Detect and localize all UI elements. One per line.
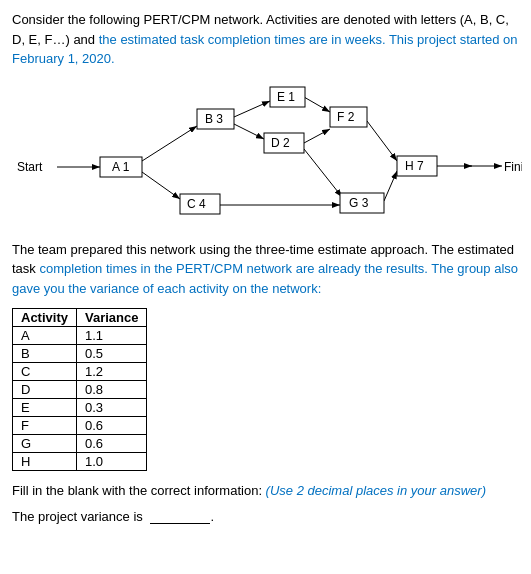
project-variance-statement: The project variance is . bbox=[12, 508, 519, 524]
node-e: E 1 bbox=[277, 90, 295, 104]
activity-cell: C bbox=[13, 363, 77, 381]
table-row: H1.0 bbox=[13, 453, 147, 471]
description-paragraph: The team prepared this network using the… bbox=[12, 240, 519, 299]
period: . bbox=[210, 509, 214, 524]
svg-line-11 bbox=[384, 171, 397, 201]
svg-line-8 bbox=[304, 149, 342, 197]
table-row: F0.6 bbox=[13, 417, 147, 435]
activity-cell: D bbox=[13, 381, 77, 399]
col-header-activity: Activity bbox=[13, 309, 77, 327]
activity-cell: H bbox=[13, 453, 77, 471]
svg-line-6 bbox=[304, 97, 330, 112]
activity-cell: A bbox=[13, 327, 77, 345]
node-b: B 3 bbox=[205, 112, 223, 126]
intro-paragraph: Consider the following PERT/CPM network.… bbox=[12, 10, 519, 69]
node-c: C 4 bbox=[187, 197, 206, 211]
desc-highlight1: completion times in the PERT/CPM network… bbox=[12, 261, 518, 296]
activity-cell: E bbox=[13, 399, 77, 417]
svg-line-2 bbox=[142, 126, 197, 161]
variance-text: The project variance is bbox=[12, 509, 146, 524]
variance-cell: 0.6 bbox=[76, 417, 147, 435]
start-label: Start bbox=[17, 160, 43, 174]
activity-cell: B bbox=[13, 345, 77, 363]
network-diagram: Start A 1 B 3 C 4 E 1 D 2 F 2 G 3 H 7 Fi… bbox=[12, 79, 522, 234]
variance-table-section: Activity Variance A1.1B0.5C1.2D0.8E0.3F0… bbox=[12, 308, 519, 471]
activity-cell: G bbox=[13, 435, 77, 453]
variance-cell: 1.0 bbox=[76, 453, 147, 471]
variance-cell: 0.6 bbox=[76, 435, 147, 453]
node-g: G 3 bbox=[349, 196, 369, 210]
svg-line-10 bbox=[367, 121, 397, 161]
svg-line-4 bbox=[234, 101, 270, 117]
variance-blank bbox=[150, 508, 210, 524]
table-row: C1.2 bbox=[13, 363, 147, 381]
variance-cell: 1.1 bbox=[76, 327, 147, 345]
svg-line-3 bbox=[142, 172, 180, 199]
finish-label: Finish bbox=[504, 160, 522, 174]
svg-line-5 bbox=[234, 124, 264, 139]
fill-label: Fill in the blank with the correct infor… bbox=[12, 483, 266, 498]
col-header-variance: Variance bbox=[76, 309, 147, 327]
variance-table: Activity Variance A1.1B0.5C1.2D0.8E0.3F0… bbox=[12, 308, 147, 471]
table-row: E0.3 bbox=[13, 399, 147, 417]
variance-cell: 0.3 bbox=[76, 399, 147, 417]
svg-line-7 bbox=[304, 129, 330, 143]
node-a: A 1 bbox=[112, 160, 130, 174]
table-row: D0.8 bbox=[13, 381, 147, 399]
table-row: A1.1 bbox=[13, 327, 147, 345]
table-row: G0.6 bbox=[13, 435, 147, 453]
table-row: B0.5 bbox=[13, 345, 147, 363]
node-d: D 2 bbox=[271, 136, 290, 150]
variance-cell: 0.5 bbox=[76, 345, 147, 363]
variance-cell: 0.8 bbox=[76, 381, 147, 399]
node-h: H 7 bbox=[405, 159, 424, 173]
activity-cell: F bbox=[13, 417, 77, 435]
intro-highlight: the estimated task completion times are … bbox=[12, 32, 518, 67]
variance-cell: 1.2 bbox=[76, 363, 147, 381]
fill-instruction: Fill in the blank with the correct infor… bbox=[12, 481, 519, 502]
node-f: F 2 bbox=[337, 110, 355, 124]
fill-note: (Use 2 decimal places in your answer) bbox=[266, 483, 486, 498]
